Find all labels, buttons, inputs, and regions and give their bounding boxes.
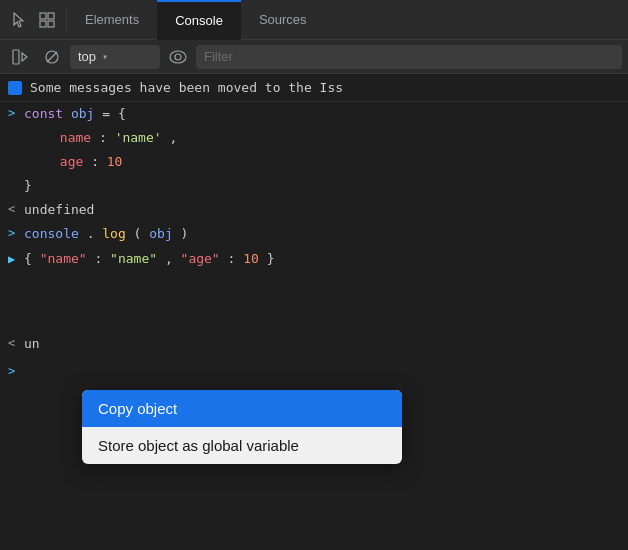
console-line-5: < undefined <box>0 198 628 222</box>
filter-input[interactable]: Filter <box>196 45 622 69</box>
console-line-1: > const obj = { <box>0 102 628 126</box>
console-output: Some messages have been moved to the Iss… <box>0 74 628 382</box>
console-input-line[interactable]: > <box>0 360 628 382</box>
chevron-down-icon: ▾ <box>102 51 108 62</box>
arrow-right-icon-2: > <box>8 226 24 240</box>
no-icon[interactable] <box>38 43 66 71</box>
layers-icon[interactable] <box>36 9 58 31</box>
code-line-6: console . log ( obj ) <box>24 224 620 244</box>
context-menu: Copy object Store object as global varia… <box>82 390 402 464</box>
eye-icon[interactable] <box>164 43 192 71</box>
log-method: log <box>102 226 125 241</box>
console-line-2: name : 'name' , <box>0 126 628 150</box>
code-line-3: age : 10 <box>24 152 620 172</box>
svg-rect-3 <box>48 21 54 27</box>
console-line-3: age : 10 <box>0 150 628 174</box>
spacer-arrow-2 <box>8 154 24 168</box>
console-line-4: } <box>0 174 628 198</box>
arrow-left-2: < <box>8 336 24 350</box>
code-line-4: } <box>24 176 620 196</box>
play-icon[interactable] <box>6 43 34 71</box>
console-line-6: > console . log ( obj ) <box>0 222 628 246</box>
prop-age: age <box>60 154 83 169</box>
arrow-left-icon: < <box>8 202 24 216</box>
console-toolbar: top ▾ Filter <box>0 40 628 74</box>
spacer-arrow <box>8 130 24 144</box>
tab-elements[interactable]: Elements <box>67 0 157 40</box>
svg-rect-2 <box>40 21 46 27</box>
context-value: top <box>78 49 96 64</box>
console-obj: console <box>24 226 79 241</box>
devtools-toolbar: Elements Console Sources <box>0 0 628 40</box>
svg-rect-1 <box>48 13 54 19</box>
var-obj: obj <box>71 106 94 121</box>
filter-placeholder: Filter <box>204 49 233 64</box>
cursor-icon[interactable] <box>8 9 30 31</box>
svg-line-6 <box>47 52 57 62</box>
string-name: 'name' <box>115 130 162 145</box>
code-line-2: name : 'name' , <box>24 128 620 148</box>
console-line-7: ▶ { "name" : "name" , "age" : 10 } <box>0 246 628 272</box>
context-menu-item-copy[interactable]: Copy object <box>82 390 402 427</box>
context-menu-item-store[interactable]: Store object as global variable <box>82 427 402 464</box>
svg-rect-4 <box>13 50 19 64</box>
arrow-right-icon: > <box>8 106 24 120</box>
input-arrow: > <box>8 364 24 378</box>
console-line-8: < un <box>0 332 628 356</box>
code-line-7: { "name" : "name" , "age" : 10 } <box>24 249 620 269</box>
info-message-text: Some messages have been moved to the Iss <box>30 80 343 95</box>
code-line-1: const obj = { <box>24 104 620 124</box>
svg-point-8 <box>175 54 181 60</box>
arg-obj: obj <box>149 226 172 241</box>
spacer-arrow-3 <box>8 178 24 192</box>
prop-name: name <box>60 130 91 145</box>
code-line-8: un <box>24 334 620 354</box>
svg-rect-0 <box>40 13 46 19</box>
info-icon <box>8 81 22 95</box>
code-line-5: undefined <box>24 200 620 220</box>
tab-console[interactable]: Console <box>157 0 241 40</box>
context-selector[interactable]: top ▾ <box>70 45 160 69</box>
toolbar-icons-group <box>0 9 66 31</box>
tab-sources[interactable]: Sources <box>241 0 325 40</box>
info-message-row: Some messages have been moved to the Iss <box>0 74 628 102</box>
keyword-const: const <box>24 106 63 121</box>
svg-point-7 <box>170 51 186 63</box>
arrow-right-tri-icon: ▶ <box>8 252 24 266</box>
num-10: 10 <box>107 154 123 169</box>
